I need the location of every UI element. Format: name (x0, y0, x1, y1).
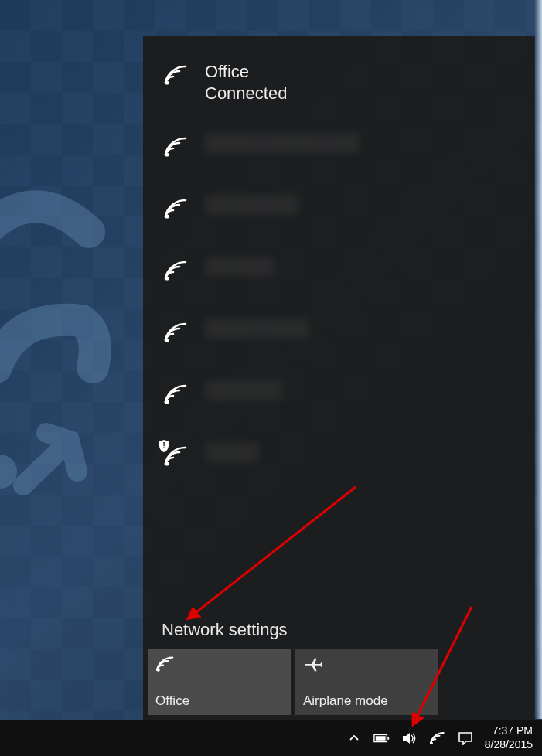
wifi-icon (163, 61, 194, 86)
network-name-blurred (205, 380, 282, 400)
network-name-blurred (205, 195, 298, 215)
airplane-icon (303, 656, 431, 673)
quick-tiles: Office Airplane mode (143, 649, 535, 720)
network-item[interactable] (143, 176, 535, 238)
network-name-blurred (205, 442, 259, 462)
svg-point-5 (165, 338, 169, 342)
svg-text:!: ! (162, 441, 165, 450)
network-settings-link[interactable]: Network settings (143, 612, 535, 649)
system-tray (346, 730, 474, 747)
wifi-icon (163, 257, 194, 281)
tray-overflow-icon[interactable] (346, 730, 363, 747)
clock-date: 8/28/2015 (485, 738, 533, 752)
svg-point-2 (165, 152, 169, 156)
network-name: Office (205, 62, 249, 81)
wifi-icon (163, 318, 194, 343)
volume-icon[interactable] (401, 730, 418, 747)
taskbar: 7:37 PM 8/28/2015 (0, 720, 542, 756)
svg-point-13 (430, 741, 432, 744)
network-item[interactable] (143, 300, 535, 362)
svg-point-9 (157, 669, 160, 672)
action-center-icon[interactable] (457, 730, 474, 747)
taskbar-clock[interactable]: 7:37 PM 8/28/2015 (485, 724, 533, 751)
network-status: Connected (205, 83, 287, 104)
network-name-blurred (205, 257, 274, 277)
clock-time: 7:37 PM (485, 724, 533, 738)
airplane-mode-tile[interactable]: Airplane mode (295, 649, 438, 715)
svg-point-3 (165, 214, 169, 218)
network-item[interactable] (143, 238, 535, 300)
wifi-icon (163, 380, 194, 405)
svg-rect-12 (387, 737, 389, 740)
page-edge (534, 0, 542, 719)
svg-point-6 (165, 400, 169, 404)
wifi-secured-icon: ! (163, 442, 194, 467)
wifi-icon (155, 656, 283, 673)
wifi-tile-label: Office (155, 693, 283, 709)
network-name-blurred (205, 133, 360, 153)
network-tray-icon[interactable] (429, 730, 446, 747)
network-item[interactable] (143, 114, 535, 176)
svg-point-8 (165, 461, 169, 465)
network-item[interactable] (143, 362, 535, 424)
wifi-icon (163, 195, 194, 220)
network-name-blurred (205, 318, 309, 339)
svg-point-1 (165, 80, 169, 84)
battery-icon[interactable] (373, 730, 390, 747)
svg-point-4 (165, 276, 169, 280)
shield-icon: ! (158, 439, 170, 453)
airplane-tile-label: Airplane mode (303, 693, 431, 709)
wifi-icon (163, 133, 194, 158)
svg-rect-11 (375, 736, 385, 741)
wifi-tile[interactable]: Office (148, 649, 291, 715)
network-flyout: Office Connected (143, 36, 535, 720)
network-item-secured[interactable]: ! (143, 424, 535, 485)
network-list: Office Connected (143, 36, 535, 612)
network-item-connected[interactable]: Office Connected (143, 50, 535, 114)
